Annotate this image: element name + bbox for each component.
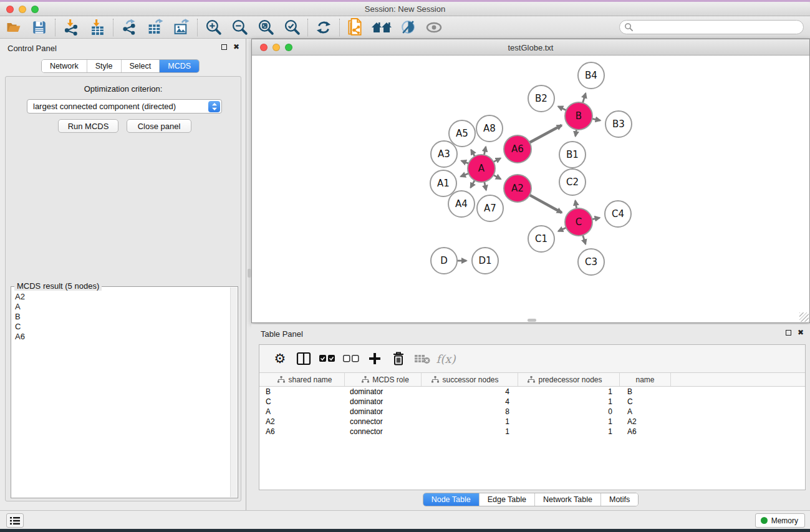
open-session-button[interactable]	[0, 17, 26, 37]
export-image-button[interactable]	[168, 17, 195, 37]
float-panel-icon[interactable]	[786, 330, 791, 336]
graph-edge[interactable]	[484, 147, 486, 155]
table-cell[interactable]: A6	[620, 427, 671, 437]
network-hscrollbar-thumb[interactable]	[528, 319, 536, 322]
table-options-button[interactable]: ⚙	[268, 347, 292, 370]
graph-edge[interactable]	[493, 175, 501, 179]
tab-style[interactable]: Style	[87, 60, 122, 72]
run-mcds-button[interactable]: Run MCDS	[58, 119, 118, 133]
network-graph[interactable]: AA1A2A3A4A5A6A7A8BB1B2B3B4CC1C2C3C4DD1	[252, 56, 809, 319]
graph-edge[interactable]	[529, 195, 562, 213]
search-input[interactable]	[619, 20, 804, 34]
column-header-shared-name[interactable]: shared name	[259, 373, 345, 386]
network-canvas[interactable]: AA1A2A3A4A5A6A7A8BB1B2B3B4CC1C2C3C4DD1	[252, 56, 809, 319]
list-item[interactable]: B	[15, 312, 229, 322]
close-panel-icon[interactable]: ✖	[233, 44, 239, 50]
column-header-name[interactable]: name	[620, 373, 671, 386]
new-network-from-file-button[interactable]	[342, 17, 369, 37]
table-cell[interactable]: 0	[518, 407, 620, 417]
table-cell[interactable]: dominator	[345, 397, 422, 407]
unselect-all-columns-button[interactable]	[339, 347, 363, 370]
zoom-selected-button[interactable]	[279, 17, 305, 37]
table-cell[interactable]: 1	[518, 427, 620, 437]
resize-grip-icon[interactable]	[799, 312, 809, 322]
graph-edge[interactable]	[558, 228, 566, 231]
table-cell[interactable]: connector	[345, 427, 422, 437]
table-cell[interactable]: connector	[345, 417, 422, 427]
column-header-predecessor-nodes[interactable]: predecessor nodes	[518, 373, 620, 386]
import-network-button[interactable]	[58, 17, 84, 37]
result-list-scrollbar[interactable]	[230, 288, 237, 497]
zoom-out-button[interactable]	[226, 17, 253, 37]
graph-edge[interactable]	[493, 158, 500, 162]
table-row[interactable]: A6 connector 1 1 A6	[259, 427, 805, 437]
table-row[interactable]: C dominator 4 1 C	[259, 397, 805, 407]
tab-node-table[interactable]: Node Table	[423, 493, 480, 506]
create-column-button[interactable]	[363, 347, 387, 370]
graph-edge[interactable]	[461, 173, 469, 177]
table-row[interactable]: A dominator 8 0 A	[259, 407, 805, 417]
table-cell[interactable]: 1	[518, 397, 620, 407]
delete-column-button[interactable]	[387, 347, 410, 370]
delete-table-button[interactable]	[410, 347, 434, 370]
zoom-fit-button[interactable]	[253, 17, 279, 37]
table-row[interactable]: A2 connector 1 1 A2	[259, 417, 805, 427]
show-columns-button[interactable]	[292, 347, 316, 370]
export-table-button[interactable]	[142, 17, 168, 37]
function-builder-button[interactable]: f(x)	[434, 347, 458, 370]
tab-edge-table[interactable]: Edge Table	[480, 493, 535, 506]
select-all-columns-button[interactable]	[316, 347, 339, 370]
export-network-button[interactable]	[116, 17, 142, 37]
tab-mcds[interactable]: MCDS	[160, 60, 199, 72]
list-item[interactable]: A6	[15, 332, 229, 342]
hide-graphics-details-button[interactable]	[395, 17, 421, 37]
save-session-button[interactable]	[26, 17, 52, 37]
table-cell[interactable]: 1	[518, 387, 620, 397]
tab-select[interactable]: Select	[122, 60, 160, 72]
table-cell[interactable]: 4	[422, 397, 518, 407]
list-item[interactable]: C	[15, 322, 229, 332]
table-cell[interactable]: A2	[620, 417, 671, 427]
table-cell[interactable]: B	[620, 387, 671, 397]
column-header-successor-nodes[interactable]: successor nodes	[422, 373, 518, 386]
table-cell[interactable]: A2	[259, 417, 345, 427]
graph-edge[interactable]	[485, 181, 486, 190]
table-cell[interactable]: A	[259, 407, 345, 417]
float-panel-icon[interactable]	[221, 44, 227, 50]
optimization-criterion-select[interactable]: largest connected component (directed)	[27, 99, 222, 114]
reset-layout-button[interactable]	[369, 17, 395, 37]
table-cell[interactable]: C	[620, 397, 671, 407]
graph-edge[interactable]	[558, 107, 566, 110]
graph-edge[interactable]	[582, 94, 586, 103]
close-panel-button[interactable]: Close panel	[127, 119, 191, 133]
graph-edge[interactable]	[592, 218, 600, 219]
show-graphics-details-button[interactable]	[421, 17, 447, 37]
graph-edge[interactable]	[471, 150, 475, 157]
tab-network-table[interactable]: Network Table	[535, 493, 601, 506]
zoom-in-button[interactable]	[200, 17, 226, 37]
tab-motifs[interactable]: Motifs	[601, 493, 638, 506]
table-cell[interactable]: 8	[422, 407, 518, 417]
mcds-result-list[interactable]: A2 A B C A6	[12, 292, 229, 496]
table-cell[interactable]: 1	[422, 427, 518, 437]
table-cell[interactable]: 4	[422, 387, 518, 397]
table-cell[interactable]: dominator	[345, 407, 422, 417]
network-window-titlebar[interactable]: testGlobe.txt	[252, 39, 809, 56]
table-cell[interactable]: A6	[259, 427, 345, 437]
table-cell[interactable]: A	[620, 407, 671, 417]
graph-edge[interactable]	[583, 235, 586, 244]
memory-button[interactable]: Memory	[755, 513, 805, 528]
tab-network[interactable]: Network	[42, 60, 87, 72]
table-row[interactable]: B dominator 4 1 B	[259, 387, 805, 397]
graph-edge[interactable]	[461, 161, 468, 163]
graph-edge[interactable]	[471, 180, 475, 188]
graph-edge[interactable]	[529, 125, 561, 143]
list-item[interactable]: A2	[15, 292, 229, 302]
graph-edge[interactable]	[576, 201, 577, 209]
graph-edge[interactable]	[576, 130, 577, 137]
task-history-button[interactable]	[6, 513, 24, 528]
close-panel-icon[interactable]: ✖	[798, 329, 804, 336]
refresh-button[interactable]	[311, 17, 337, 37]
column-header-mcds-role[interactable]: MCDS role	[345, 373, 422, 386]
graph-edge[interactable]	[592, 118, 600, 120]
